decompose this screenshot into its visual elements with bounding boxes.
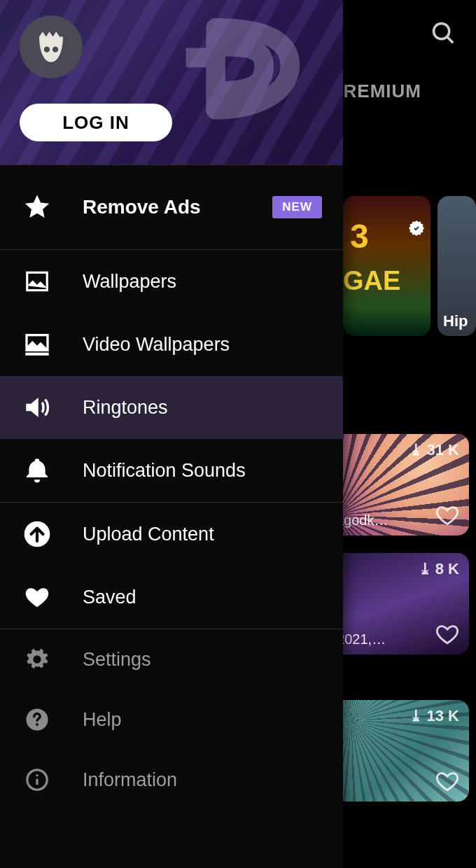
star-icon bbox=[21, 191, 53, 223]
wallpaper-tile[interactable]: ⤓ 31 K yagodk… bbox=[322, 434, 469, 536]
search-icon[interactable] bbox=[430, 20, 456, 46]
verified-icon bbox=[408, 220, 425, 237]
svg-point-2 bbox=[44, 46, 50, 52]
menu-label: Remove Ads bbox=[83, 196, 201, 218]
svg-line-1 bbox=[447, 37, 453, 43]
download-count: ⤓ 31 K bbox=[410, 441, 459, 459]
genre-tile-hiphop[interactable]: Hip bbox=[438, 196, 476, 336]
menu-label: Video Wallpapers bbox=[83, 334, 230, 356]
image-icon bbox=[21, 265, 53, 298]
svg-point-3 bbox=[52, 46, 58, 52]
drawer-header: LOG IN bbox=[0, 0, 343, 164]
heart-icon[interactable] bbox=[435, 503, 459, 527]
menu-help[interactable]: Help bbox=[0, 690, 343, 750]
help-icon bbox=[21, 704, 53, 736]
navigation-drawer: LOG IN Remove Ads NEW Wallpapers bbox=[0, 0, 343, 868]
svg-rect-6 bbox=[25, 353, 48, 356]
menu-remove-ads[interactable]: Remove Ads NEW bbox=[0, 165, 343, 249]
menu-video-wallpapers[interactable]: Video Wallpapers bbox=[0, 313, 343, 376]
menu-label: Help bbox=[83, 709, 122, 731]
login-button[interactable]: LOG IN bbox=[20, 104, 172, 141]
video-wallpaper-icon bbox=[21, 328, 53, 360]
heart-icon[interactable] bbox=[435, 769, 459, 793]
app-logo bbox=[161, 6, 315, 125]
speaker-icon bbox=[21, 391, 53, 424]
tab-premium[interactable]: PREMIUM bbox=[330, 80, 421, 102]
tile-label: Hip bbox=[443, 312, 468, 330]
gear-icon bbox=[21, 643, 53, 676]
menu-ringtones[interactable]: Ringtones bbox=[0, 376, 343, 439]
menu-label: Saved bbox=[83, 587, 136, 608]
download-count: ⤓ 13 K bbox=[410, 707, 459, 725]
heart-icon bbox=[21, 581, 53, 613]
menu-label: Ringtones bbox=[83, 397, 168, 419]
menu-label: Information bbox=[83, 769, 177, 791]
svg-point-0 bbox=[434, 24, 449, 39]
menu-settings[interactable]: Settings bbox=[0, 629, 343, 690]
wallpaper-tile[interactable]: ⤓ 8 K , 2021,… bbox=[322, 553, 469, 654]
menu-label: Upload Content bbox=[83, 524, 214, 545]
menu-label: Settings bbox=[83, 649, 151, 671]
upload-icon bbox=[21, 518, 53, 550]
avatar[interactable] bbox=[20, 15, 83, 78]
app-root: PREMIUM 3 GAE Hip ⤓ 31 K yagodk… ⤓ 8 K ,… bbox=[0, 0, 476, 868]
menu-information[interactable]: Information bbox=[0, 750, 343, 810]
svg-point-9 bbox=[36, 723, 38, 726]
tile-text: 3 bbox=[350, 217, 369, 255]
download-count: ⤓ 8 K bbox=[419, 560, 459, 578]
menu-upload-content[interactable]: Upload Content bbox=[0, 503, 343, 566]
menu-saved[interactable]: Saved bbox=[0, 566, 343, 629]
heart-icon[interactable] bbox=[435, 622, 459, 646]
new-badge: NEW bbox=[272, 196, 322, 218]
bell-icon bbox=[21, 454, 53, 486]
menu-wallpapers[interactable]: Wallpapers bbox=[0, 250, 343, 313]
drawer-menu: Remove Ads NEW Wallpapers Video Wallpape… bbox=[0, 164, 343, 810]
menu-notification-sounds[interactable]: Notification Sounds bbox=[0, 439, 343, 502]
info-icon bbox=[21, 764, 53, 796]
svg-point-12 bbox=[36, 774, 38, 776]
wallpaper-tile[interactable]: ⤓ 13 K bbox=[322, 700, 469, 802]
genre-tile-reggae[interactable]: 3 GAE bbox=[343, 196, 430, 336]
menu-label: Notification Sounds bbox=[83, 460, 246, 482]
tile-text: GAE bbox=[343, 266, 400, 296]
menu-label: Wallpapers bbox=[83, 271, 176, 293]
